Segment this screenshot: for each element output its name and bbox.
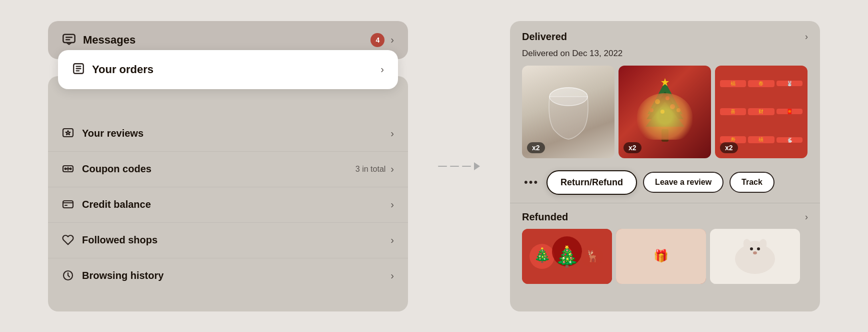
menu-item-shops[interactable]: Followed shops › [48, 223, 408, 258]
svg-point-5 [70, 168, 72, 169]
refunded-section: Refunded › 🎄 🎅 🦌 🎁 [510, 203, 820, 284]
dash-2 [450, 166, 459, 167]
refunded-thumb-1: 🎄 🎅 🦌 [522, 229, 612, 284]
sticker-9: 🐇 [776, 137, 802, 143]
product-thumb-floral: x2 [618, 66, 711, 158]
product-images-row: x2 [510, 66, 820, 158]
reviews-label: Your reviews [82, 128, 144, 139]
refunded-header[interactable]: Refunded › [510, 203, 820, 229]
dash-3 [462, 166, 471, 167]
delivered-date: Delivered on Dec 13, 2022 [510, 49, 820, 66]
history-icon [62, 269, 75, 282]
stickers-qty-badge: x2 [720, 142, 738, 153]
orders-title: Your orders [92, 63, 154, 76]
svg-point-19 [650, 108, 654, 112]
message-icon [62, 32, 76, 48]
product-thumb-stickers: 福 春 🐰 喜 财 🧧 寿 禧 🐇 x2 [715, 66, 808, 158]
refunded-thumb-2: 🎁 [616, 229, 706, 284]
right-panel: Delivered › Delivered on Dec 13, 2022 x2 [510, 21, 820, 311]
bowl-qty-badge: x2 [527, 142, 545, 153]
more-options-button[interactable]: ••• [522, 176, 540, 189]
svg-point-20 [676, 108, 680, 112]
reviews-chevron-icon: › [390, 128, 394, 139]
leave-review-button[interactable]: Leave a review [643, 172, 724, 193]
shops-label: Followed shops [82, 234, 158, 246]
history-label: Browsing history [82, 270, 164, 281]
refunded-title: Refunded [522, 211, 568, 223]
messages-badge: 4 [370, 33, 384, 47]
refunded-images-row: 🎄 🎅 🦌 🎁 [510, 229, 820, 284]
arrow-head [474, 162, 480, 170]
refunded-thumb-3 [710, 229, 800, 284]
svg-text:🎅: 🎅 [560, 247, 574, 261]
credit-label: Credit balance [82, 199, 151, 210]
svg-text:🦌: 🦌 [586, 249, 600, 263]
menu-card: Your reviews › Coupon codes [48, 76, 408, 311]
connector-arrow [438, 162, 480, 170]
reviews-icon [62, 127, 75, 140]
dash-1 [438, 166, 447, 167]
orders-icon [72, 62, 85, 77]
svg-text:🎁: 🎁 [654, 248, 668, 263]
sticker-3: 🐰 [776, 81, 802, 86]
svg-point-4 [65, 168, 66, 169]
coupons-count: 3 in total [356, 165, 386, 174]
history-chevron-icon: › [390, 270, 394, 281]
svg-rect-6 [63, 201, 73, 208]
svg-point-23 [552, 236, 582, 266]
svg-rect-10 [662, 129, 668, 142]
action-row: ••• Return/Refund Leave a review Track [510, 166, 820, 203]
delivered-header[interactable]: Delivered › [510, 21, 820, 49]
delivered-chevron-icon: › [805, 32, 808, 42]
sticker-4: 喜 [720, 108, 746, 115]
coupons-chevron-icon: › [390, 163, 394, 175]
refunded-img-svg-3 [710, 229, 800, 284]
svg-rect-0 [63, 34, 74, 42]
sticker-2: 春 [748, 80, 774, 87]
chevron-right-icon: › [390, 34, 394, 46]
orders-card[interactable]: Your orders › [58, 50, 398, 89]
bowl-svg [538, 79, 598, 144]
svg-point-15 [670, 104, 675, 109]
menu-item-history[interactable]: Browsing history › [48, 258, 408, 293]
svg-rect-2 [63, 129, 73, 137]
menu-item-credit[interactable]: Credit balance › [48, 187, 408, 223]
svg-point-37 [753, 251, 757, 254]
svg-point-14 [655, 99, 660, 104]
heart-icon [62, 234, 75, 247]
refunded-img-svg-1: 🎄 🎅 🦌 [522, 229, 612, 284]
svg-point-9 [550, 88, 588, 106]
sticker-1: 福 [720, 80, 746, 87]
messages-title: Messages [83, 34, 136, 47]
refunded-img-svg-2: 🎁 [616, 229, 706, 284]
menu-item-coupons[interactable]: Coupon codes 3 in total › [48, 152, 408, 187]
shops-chevron-icon: › [390, 234, 394, 246]
svg-text:🎄: 🎄 [534, 247, 551, 263]
menu-item-reviews[interactable]: Your reviews › [48, 116, 408, 152]
messages-left: Messages [62, 32, 136, 48]
delivered-title: Delivered [522, 31, 567, 43]
sticker-8: 禧 [748, 136, 774, 143]
left-panel: Messages 4 › Your orders › [48, 21, 408, 311]
coupons-label: Coupon codes [82, 163, 152, 175]
svg-point-17 [666, 96, 670, 100]
svg-marker-11 [648, 82, 682, 114]
svg-point-16 [660, 110, 664, 114]
sticker-6: 🧧 [776, 109, 802, 114]
sticker-5: 财 [748, 108, 774, 115]
credit-icon [62, 198, 75, 211]
floral-svg [632, 74, 698, 149]
floral-qty-badge: x2 [624, 142, 642, 153]
svg-marker-12 [646, 92, 684, 119]
svg-point-35 [750, 247, 753, 250]
svg-marker-13 [646, 102, 684, 127]
coupon-icon [62, 163, 75, 176]
orders-chevron-icon: › [380, 64, 384, 75]
track-button[interactable]: Track [730, 172, 774, 193]
credit-chevron-icon: › [390, 199, 394, 210]
refunded-chevron-icon: › [805, 212, 808, 222]
return-refund-button[interactable]: Return/Refund [546, 170, 637, 195]
svg-point-36 [757, 247, 760, 250]
orders-left: Your orders [72, 62, 154, 77]
product-thumb-bowl: x2 [522, 66, 614, 158]
